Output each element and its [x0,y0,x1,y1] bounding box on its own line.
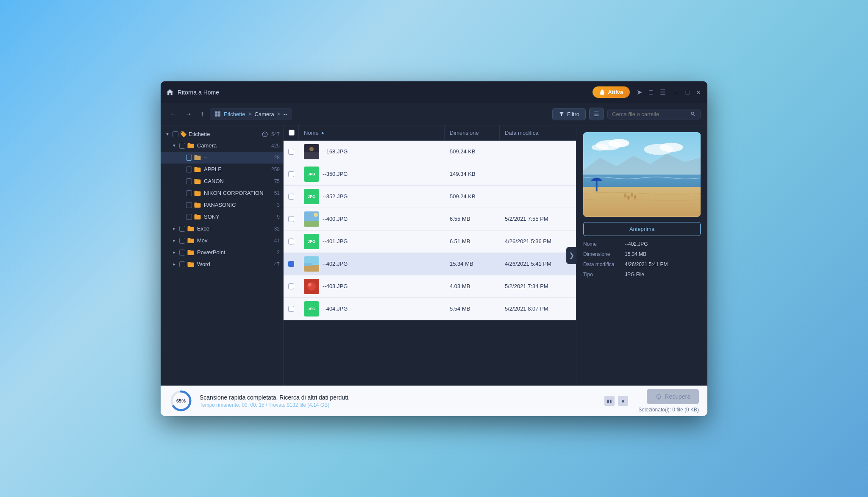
canon-count: 75 [274,178,280,184]
sidebar-item-camera[interactable]: ▼ Camera 425 [161,140,283,152]
title-bar: Ritorna a Home Attiva ➤ □ ☰ – □ ✕ [161,81,707,103]
meta-date-row: Data modifica 4/26/2021 5:41 PM [583,261,701,267]
meta-name-row: Nome --402.JPG [583,241,701,247]
row-checkbox[interactable] [288,283,294,289]
stop-button[interactable]: ■ [618,396,628,406]
checkbox-mov[interactable] [179,238,185,244]
sidebar-item-word[interactable]: ► Word 47 [161,258,283,270]
svg-rect-7 [304,152,319,159]
col-size-label: Dimensione [450,130,479,136]
checkbox-excel[interactable] [179,226,185,232]
sidebar-item-apple[interactable]: APPLE 259 [161,164,283,175]
sidebar-item-etichette[interactable]: ▼ Etichette ? 547 [161,129,283,140]
expand-icon: ▼ [164,131,171,138]
panasonic-count: 3 [277,202,280,208]
table-row[interactable]: --400.JPG 6.55 MB 5/2/2021 7:55 PM [284,208,576,230]
col-size[interactable]: Dimensione [445,125,500,140]
table-row[interactable]: JPG --401.JPG 6.51 MB 4/26/2021 5:36 PM [284,230,576,253]
checkbox-powerpoint[interactable] [179,250,185,255]
mov-label: Mov [197,237,273,244]
powerpoint-label: PowerPoint [197,249,275,255]
sidebar-item-powerpoint[interactable]: ► PowerPoint 2 [161,247,283,258]
expand-icon [178,214,184,220]
apple-count: 259 [271,167,280,172]
col-name-label: Nome [304,130,319,136]
sidebar-item-mov[interactable]: ► Mov 41 [161,235,283,247]
checkbox-word[interactable] [179,261,185,267]
table-row[interactable]: JPG --350.JPG 149.34 KB [284,163,576,186]
maximize-button[interactable]: □ [684,89,691,96]
activate-button[interactable]: Attiva [593,86,630,98]
file-thumbnail [304,279,319,294]
search-box [607,109,701,119]
checkbox-sony[interactable] [186,214,192,220]
search-icon [690,111,696,117]
row-checkbox[interactable] [288,261,294,267]
sidebar-item-dash[interactable]: -- 28 [161,152,283,164]
search-input[interactable] [612,111,688,117]
row-checkbox[interactable] [288,171,294,177]
breadcrumb-child[interactable]: -- [284,111,287,117]
forward-button[interactable]: → [183,108,195,119]
table-row[interactable]: --403.JPG 4.03 MB 5/2/2021 7:34 PM [284,275,576,298]
pause-button[interactable]: ▮▮ [604,396,615,406]
row-checkbox[interactable] [288,194,294,200]
menu-button[interactable]: ☰ [589,108,604,120]
filter-button[interactable]: Filtro [552,108,586,120]
preview-button[interactable]: Anteprima [583,222,701,236]
checkbox-canon[interactable] [186,178,192,184]
list-icon[interactable]: ☰ [660,88,666,96]
expand-icon [178,190,184,197]
file-thumbnail: JPG [304,189,319,204]
checkbox-apple[interactable] [186,167,192,172]
expand-icon: ► [171,225,178,232]
svg-text:?: ? [264,133,266,136]
checkbox-camera[interactable] [179,143,185,149]
folder-icon [187,249,195,256]
table-row[interactable]: JPG --404.JPG 5.54 MB 5/2/2021 8:07 PM [284,298,576,320]
panel-toggle[interactable]: ❯ [566,247,576,264]
back-button[interactable]: ← [167,108,179,119]
panasonic-label: PANASONIC [204,202,275,208]
sidebar-item-nikon[interactable]: NIKON CORPORATION 51 [161,187,283,199]
checkbox-nikon[interactable] [186,190,192,196]
file-scroll-area: --168.JPG 509.24 KB JPG --350.JPG [284,141,576,386]
recover-button[interactable]: Recupera [647,389,699,404]
table-row[interactable]: JPG --352.JPG 509.24 KB [284,186,576,208]
row-name-cell: JPG --404.JPG [299,298,445,320]
breadcrumb-parent[interactable]: Camera [255,111,274,117]
select-all-checkbox[interactable] [289,130,295,136]
up-button[interactable]: ↑ [198,108,206,119]
recover-icon [655,393,662,400]
share-icon[interactable]: ➤ [637,88,642,96]
home-nav[interactable]: Ritorna a Home [166,88,219,97]
breadcrumb-root[interactable]: Etichette [224,111,245,117]
close-button[interactable]: ✕ [695,89,702,96]
col-name[interactable]: Nome ▲ [299,125,445,140]
folder-icon [187,261,195,268]
checkbox-dash[interactable] [186,155,192,161]
folder-icon [194,189,201,197]
folder-icon [194,166,201,173]
col-date[interactable]: Data modifica [500,125,576,140]
row-checkbox[interactable] [288,239,294,244]
sidebar-item-excel[interactable]: ► Excel 32 [161,223,283,235]
filter-label: Filtro [567,111,579,117]
minimize-panel-icon[interactable]: □ [649,89,653,96]
row-checkbox[interactable] [288,149,294,155]
minimize-button[interactable]: – [673,89,680,96]
sidebar-item-sony[interactable]: SONY 9 [161,211,283,223]
expand-icon: ▼ [171,142,178,149]
svg-point-27 [624,193,626,197]
row-checkbox[interactable] [288,216,294,222]
table-row[interactable]: --168.JPG 509.24 KB [284,141,576,163]
nikon-count: 51 [274,190,280,196]
sidebar-item-canon[interactable]: CANON 75 [161,175,283,187]
checkbox-panasonic[interactable] [186,202,192,208]
row-checkbox[interactable] [288,306,294,312]
sidebar-item-panasonic[interactable]: PANASONIC 3 [161,199,283,211]
table-row[interactable]: --402.JPG 15.34 MB 4/26/2021 5:41 PM [284,253,576,275]
svg-point-8 [309,147,314,151]
checkbox-etichette[interactable] [172,131,178,137]
help-icon[interactable]: ? [262,131,268,137]
